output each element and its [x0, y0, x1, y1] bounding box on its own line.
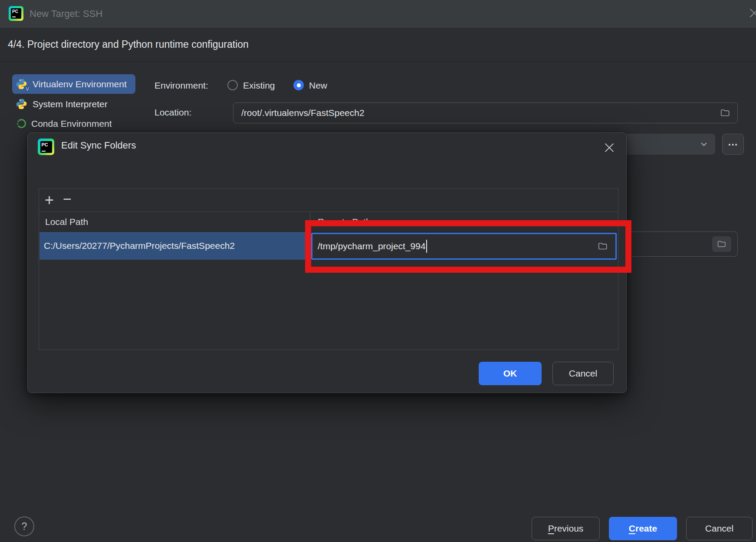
sidebar-item-virtualenv-environment[interactable]: v Virtualenv Environment — [12, 74, 135, 94]
wizard-cancel-button[interactable]: Cancel — [686, 517, 753, 540]
remote-path-input[interactable]: /tmp/pycharm_project_994 — [311, 233, 617, 260]
sidebar-item-label: Virtualenv Environment — [33, 79, 127, 89]
column-header-remote-path[interactable]: Remote Path — [318, 212, 371, 232]
edit-sync-folders-dialog: PC Edit Sync Folders + − Local Path Remo… — [27, 132, 627, 393]
python-virtualenv-icon: v — [16, 78, 27, 90]
title-bar: PC New Target: SSH — [0, 0, 756, 28]
radio-existing[interactable] — [227, 80, 238, 90]
remove-icon[interactable]: − — [63, 199, 72, 202]
pycharm-logo-text: PC — [11, 8, 18, 14]
folder-browse-icon[interactable] — [712, 236, 731, 252]
pycharm-new-target-ssh-window: PC New Target: SSH 4/4. Project director… — [0, 0, 756, 542]
local-path-cell: C:/Users/20277/PycharmProjects/FastSpeec… — [44, 241, 235, 251]
help-icon: ? — [22, 521, 27, 532]
previous-button[interactable]: Previous — [532, 517, 600, 540]
dialog-title: Edit Sync Folders — [61, 140, 136, 151]
sidebar-item-label: System Interpreter — [33, 99, 108, 109]
pycharm-logo-icon: PC — [38, 139, 54, 155]
window-close-icon[interactable] — [749, 7, 756, 20]
table-toolbar: + − — [39, 189, 618, 212]
window-title: New Target: SSH — [30, 0, 102, 28]
location-input[interactable]: /root/.virtualenvs/FastSpeech2 — [233, 102, 738, 123]
remote-path-value: /tmp/pycharm_project_994 — [318, 241, 426, 251]
folder-browse-icon[interactable] — [719, 107, 731, 119]
radio-new-label[interactable]: New — [309, 80, 327, 91]
pycharm-logo-icon: PC — [9, 6, 23, 21]
sidebar-item-system-interpreter[interactable]: System Interpreter — [12, 94, 135, 114]
base-interpreter-dropdown[interactable] — [612, 134, 715, 155]
ok-button[interactable]: OK — [479, 362, 542, 385]
sync-folders-table: + − Local Path Remote Path C:/Users/2027… — [39, 188, 618, 350]
table-header-row: Local Path Remote Path — [39, 212, 618, 232]
wizard-step-header: 4/4. Project directory and Python runtim… — [0, 28, 756, 62]
wizard-step-title: 4/4. Project directory and Python runtim… — [8, 39, 249, 50]
column-header-local-path[interactable]: Local Path — [45, 212, 88, 232]
location-label: Location: — [154, 107, 191, 118]
help-button[interactable]: ? — [14, 516, 34, 536]
sidebar-item-label: Conda Environment — [31, 119, 112, 129]
radio-existing-label[interactable]: Existing — [243, 80, 275, 91]
chevron-down-icon — [699, 139, 709, 149]
dialog-cancel-button[interactable]: Cancel — [552, 362, 614, 385]
radio-new[interactable] — [293, 80, 304, 90]
folder-browse-icon[interactable] — [596, 241, 609, 252]
browse-more-button[interactable]: ... — [722, 134, 744, 155]
sidebar-item-conda-environment[interactable]: Conda Environment — [12, 114, 135, 133]
text-caret — [426, 240, 427, 253]
dialog-close-icon[interactable] — [604, 142, 615, 155]
location-value: /root/.virtualenvs/FastSpeech2 — [241, 108, 719, 118]
table-row-selected[interactable]: C:/Users/20277/PycharmProjects/FastSpeec… — [39, 232, 310, 260]
create-button[interactable]: Create — [609, 517, 677, 540]
python-icon — [16, 98, 27, 110]
environment-label: Environment: — [154, 80, 208, 91]
sync-folders-input[interactable] — [612, 231, 738, 257]
conda-icon — [17, 119, 26, 128]
pycharm-logo-text: PC — [40, 141, 48, 147]
ellipsis-icon: ... — [728, 136, 738, 148]
column-divider[interactable] — [310, 212, 310, 232]
